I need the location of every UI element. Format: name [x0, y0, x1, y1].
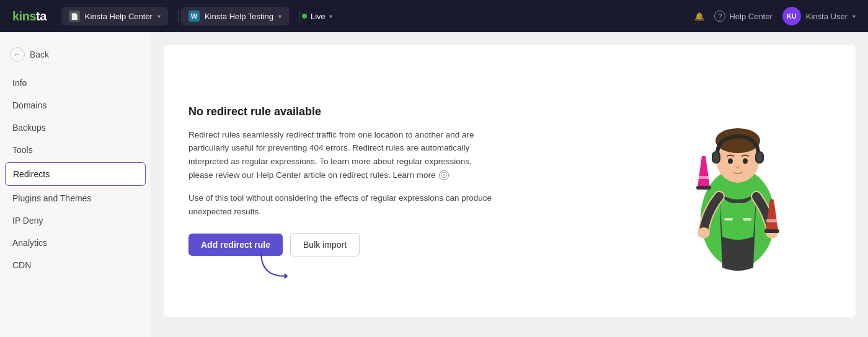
- svg-point-13: [698, 227, 710, 239]
- page-title: No redirect rule available: [188, 105, 498, 118]
- svg-marker-15: [698, 156, 710, 187]
- sidebar-item-ip-deny[interactable]: IP Deny: [0, 209, 151, 232]
- action-buttons: Add redirect rule Bulk import: [188, 233, 498, 256]
- top-navigation: kinsta 📄 Kinsta Help Center ▾ W Kinsta H…: [0, 0, 868, 32]
- content-area: No redirect rule available Redirect rule…: [151, 32, 868, 337]
- svg-rect-3: [743, 218, 751, 221]
- live-status-badge[interactable]: Live ▾: [302, 12, 332, 21]
- help-circle-icon: ?: [714, 11, 725, 22]
- help-center-button[interactable]: ? Help Center: [714, 11, 772, 22]
- live-label: Live: [311, 12, 326, 21]
- content-card: No redirect rule available Redirect rule…: [164, 45, 856, 317]
- sidebar-item-tools[interactable]: Tools: [0, 139, 151, 161]
- user-menu-button[interactable]: KU Kinsta User ▾: [782, 7, 856, 25]
- user-avatar: KU: [782, 7, 801, 25]
- sidebar: ← Back Info Domains Backups Tools Redire…: [0, 32, 151, 337]
- user-name-label: Kinsta User: [806, 12, 848, 21]
- bell-icon: 🔔: [694, 12, 704, 21]
- help-center-label: Kinsta Help Center: [85, 12, 153, 21]
- topnav-right-group: 🔔 ? Help Center KU Kinsta User ▾: [694, 7, 856, 25]
- bulk-import-button[interactable]: Bulk import: [290, 233, 360, 256]
- sidebar-item-analytics[interactable]: Analytics: [0, 232, 151, 254]
- warning-text: Use of this tool without considering the…: [188, 191, 498, 218]
- svg-rect-20: [766, 219, 778, 222]
- help-testing-selector[interactable]: W Kinsta Help Testing ▾: [181, 7, 289, 25]
- help-center-chevron: ▾: [157, 13, 161, 20]
- help-center-selector[interactable]: 📄 Kinsta Help Center ▾: [61, 7, 168, 25]
- svg-marker-0: [285, 273, 288, 279]
- notification-bell-button[interactable]: 🔔: [694, 12, 704, 21]
- live-chevron: ▾: [329, 13, 332, 20]
- svg-rect-9: [756, 152, 763, 162]
- nav-divider-1: [178, 10, 179, 22]
- info-circle-icon: ⓘ: [439, 170, 449, 180]
- sidebar-item-cdn[interactable]: CDN: [0, 254, 151, 276]
- sidebar-item-redirects[interactable]: Redirects: [5, 162, 146, 186]
- help-testing-chevron: ▾: [278, 13, 281, 20]
- help-testing-label: Kinsta Help Testing: [205, 12, 273, 21]
- svg-rect-19: [764, 229, 779, 233]
- svg-rect-8: [713, 152, 719, 162]
- help-center-icon: 📄: [69, 11, 80, 22]
- svg-rect-16: [696, 186, 711, 190]
- kinsta-logo: kinsta: [12, 9, 46, 24]
- sidebar-item-info[interactable]: Info: [0, 72, 151, 94]
- live-dot: [302, 14, 307, 19]
- main-layout: ← Back Info Domains Backups Tools Redire…: [0, 32, 868, 337]
- svg-rect-2: [724, 218, 733, 221]
- svg-rect-17: [698, 176, 710, 179]
- sidebar-item-domains[interactable]: Domains: [0, 94, 151, 116]
- help-center-nav-label: Help Center: [729, 12, 772, 21]
- content-description: Redirect rules seamlessly redirect traff…: [188, 128, 498, 182]
- user-menu-chevron: ▾: [852, 13, 856, 20]
- svg-point-10: [728, 159, 733, 164]
- back-arrow-icon: ←: [10, 47, 25, 62]
- content-left: No redirect rule available Redirect rule…: [188, 105, 498, 257]
- sidebar-item-plugins-themes[interactable]: Plugins and Themes: [0, 187, 151, 209]
- svg-point-12: [736, 166, 740, 168]
- sidebar-item-backups[interactable]: Backups: [0, 116, 151, 139]
- svg-point-11: [743, 159, 748, 164]
- sidebar-navigation: Info Domains Backups Tools Redirects Plu…: [0, 72, 151, 276]
- redirect-illustration: [657, 76, 818, 286]
- arrow-annotation: [255, 250, 293, 281]
- back-label: Back: [30, 50, 49, 59]
- learn-more-link[interactable]: Learn more ⓘ: [392, 170, 449, 180]
- back-button[interactable]: ← Back: [0, 42, 151, 72]
- wp-icon: W: [188, 11, 200, 22]
- nav-divider-2: [299, 10, 299, 22]
